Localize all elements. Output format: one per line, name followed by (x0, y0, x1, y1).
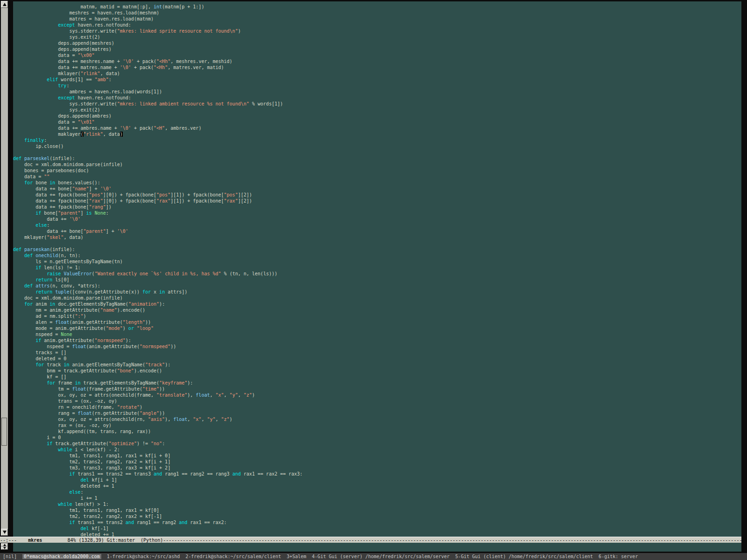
code-line: doc = xml.dom.minidom.parse(infile) (13, 161, 741, 168)
code-line: data += bone["parent"] + '\0' (13, 228, 741, 234)
screen-status-bar: [nil]0*emacs@shack.dolda2000.com1-fredri… (0, 553, 747, 560)
code-line: mklayer("skel", data) (13, 234, 741, 240)
code-line: data += meshres.name + '\0' + pack("<Hh"… (13, 58, 741, 64)
code-line: if trans1 == trans2 and rang1 == rang2 a… (13, 519, 741, 525)
code-line: del kf[i + 1] (13, 477, 741, 483)
code-line: deps.append(matres) (13, 46, 741, 52)
code-line: ls = n.getElementsByTagName(tn) (13, 259, 741, 265)
code-line: matnm, matid = matnm[:p], int(matnm[p + … (13, 4, 741, 10)
minibuffer-scrollbar[interactable] (1, 543, 8, 550)
code-line: except haven.res.notfound: (13, 22, 741, 28)
code-line: tm2, trans2, rang2, rax2 = kf[i + 1] (13, 459, 741, 465)
code-line: while len(kf) > 1: (13, 501, 741, 507)
modeline-dashes: ----------------------------------------… (163, 538, 741, 543)
code-line: nm = anim.getAttribute("name").encode() (13, 307, 741, 313)
screen-window-item: 1-fredrik@shack:~/src/ashd (107, 554, 180, 559)
down-arrow-icon (3, 531, 7, 534)
code-line: nspeed = None (13, 331, 741, 337)
code-line: i += 1 (13, 495, 741, 501)
screen-window-item: 6-gitk: server (599, 554, 638, 559)
code-line (13, 240, 741, 246)
down-arrow-icon (3, 547, 6, 549)
code-line: deleted = 0 (13, 356, 741, 362)
code-line: if bone["parent"] is None: (13, 210, 741, 216)
screen-window-item: 0*emacs@shack.dolda2000.com (22, 554, 101, 559)
minibuffer-scroll-down-button[interactable] (1, 546, 8, 550)
code-line: tm = float(frame.getAttribute("time")) (13, 386, 741, 392)
code-line: def onechild(n, tn): (13, 252, 741, 259)
code-line: try: (13, 83, 741, 89)
code-line: raise ValueError("Wanted exactly one `%s… (13, 271, 741, 277)
code-line: data = "" (13, 174, 741, 180)
minibuffer-scroll-up-button[interactable] (1, 543, 8, 546)
code-line: ad = nm.split(":") (13, 313, 741, 319)
code-area[interactable]: matnm, matid = matnm[:p], int(matnm[p + … (13, 1, 741, 537)
code-line: if track.getAttribute("optimize") != "no… (13, 441, 741, 447)
code-line: if len(ls) != 1: (13, 265, 741, 271)
up-arrow-icon (3, 544, 6, 546)
modeline-prefix: --:--- (0, 538, 28, 543)
code-line: deleted += 1 (13, 483, 741, 489)
code-line: if anim.getAttribute("normspeed"): (13, 337, 741, 343)
code-line: data += fpack(bone["rang"]) (13, 204, 741, 210)
code-line: data += fpack(bone["pos"][0]) + fpack(bo… (13, 192, 741, 198)
modeline: --:--- mkres 84% (1328,39) Git:master (P… (0, 537, 741, 543)
code-line: while i < len(kf) - 2: (13, 447, 741, 453)
code-line: for track in anim.getElementsByTagName("… (13, 362, 741, 368)
code-line: trans = (ox, -oz, oy) (13, 398, 741, 404)
code-line: bnm = track.getAttribute("bone").encode(… (13, 368, 741, 374)
code-line: data += '\0' (13, 216, 741, 222)
code-line: data = "\x01" (13, 119, 741, 125)
code-line: tm1, trans1, rang1, rax1 = kf[0] (13, 507, 741, 513)
editor-window[interactable]: matnm, matid = matnm[:p], int(matnm[p + … (13, 1, 741, 537)
code-line: for bone in bones.values(): (13, 180, 741, 186)
up-arrow-icon (3, 3, 7, 6)
code-line: return tuple([conv(n.getAttribute(x)) fo… (13, 289, 741, 295)
code-line: tm2, trans2, rang2, rax2 = kf[-1] (13, 513, 741, 519)
modeline-info: 84% (1328,39) Git:master (Python) (42, 538, 163, 543)
code-line: return ls[0] (13, 277, 741, 283)
scroll-down-button[interactable] (1, 529, 8, 536)
scroll-up-button[interactable] (1, 1, 8, 8)
emacs-frame: { "colors":{ "bg":"#2f4f4c","fg":"#d8d8c… (0, 0, 747, 560)
code-line: data += fpack(bone["rax"][0]) + fpack(bo… (13, 198, 741, 204)
code-line: sys.exit(2) (13, 34, 741, 40)
code-line: mklayer("rlink", data) (13, 70, 741, 77)
code-line: data = "\x00" (13, 52, 741, 58)
modeline-buffer-name: mkres (28, 538, 42, 543)
scrollbar-trough[interactable] (1, 1, 8, 536)
code-line: tracks = [] (13, 350, 741, 356)
screen-window-item: 3+Salem (287, 554, 306, 559)
code-line: doc = xml.dom.minidom.parse(infile) (13, 295, 741, 301)
screen-window-item: 5-Git Gui (client) /home/fredrik/src/sal… (455, 554, 593, 559)
code-line: finally: (13, 137, 741, 143)
code-line: kf.append((tm, trans, rang, rax)) (13, 428, 741, 434)
code-line: sys.exit(2) (13, 107, 741, 113)
code-line: mode = anim.getAttribute("mode") or "loo… (13, 325, 741, 331)
code-line: for frame in track.getElementsByTagName(… (13, 380, 741, 386)
code-line: sys.stderr.write("mkres: linked ambient … (13, 101, 741, 107)
code-line: except haven.res.notfound: (13, 95, 741, 101)
code-line: deps.append(ambres) (13, 113, 741, 119)
code-line: ambres = haven.res.load(words[1]) (13, 89, 741, 95)
code-line: alen = float(anim.getAttribute("length")… (13, 319, 741, 325)
code-line: del kf[-1] (13, 525, 741, 532)
code-line: ox, oy, oz = attrs(onechild(rn, "axis"),… (13, 416, 741, 422)
screen-session-name: [nil] (3, 554, 17, 559)
code-line: elif words[1] == "amb": (13, 77, 741, 83)
code-line: data += ambres.name + '\0' + pack("<H", … (13, 125, 741, 131)
code-line: deps.append(meshres) (13, 40, 741, 46)
code-line: ox, oy, oz = attrs(onechild(frame, "tran… (13, 392, 741, 398)
scrollbar-thumb[interactable] (1, 418, 7, 446)
code-line: bones = parsebones(doc) (13, 168, 741, 174)
screen-window-item: 4-Git Gui (server) /home/fredrik/src/sal… (312, 554, 450, 559)
code-line: def attrs(n, conv, *attrs): (13, 283, 741, 289)
minibuffer[interactable] (13, 543, 741, 552)
code-line: meshres = haven.res.load(meshnm) (13, 10, 741, 16)
code-line: for anim in doc.getElementsByTagName("an… (13, 301, 741, 307)
code-line: maklayer("rlink", data) (13, 131, 741, 137)
code-line: data += matres.name + '\0' + pack("<Hh",… (13, 64, 741, 70)
code-line: rang = float(rn.getAttribute("angle")) (13, 410, 741, 416)
code-line: tm1, trans1, rang1, rax1 = kf[i + 0] (13, 453, 741, 459)
code-line: tm3, trans3, rang3, rax3 = kf[i + 2] (13, 465, 741, 471)
